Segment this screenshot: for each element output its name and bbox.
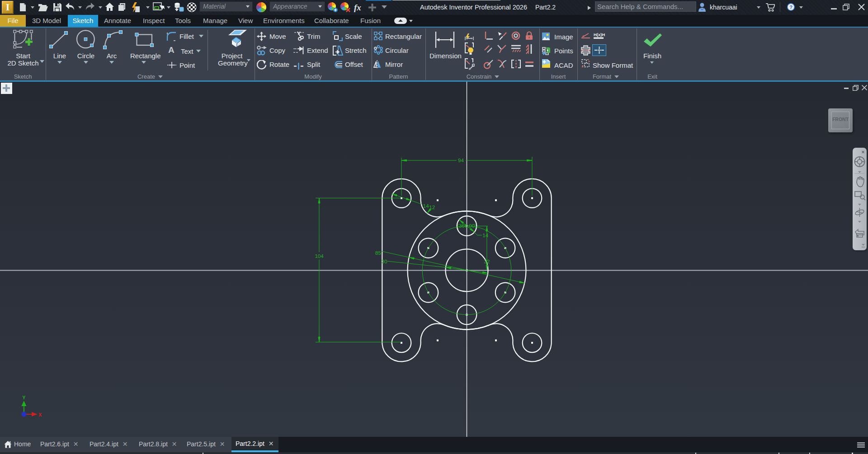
- svg-text:94: 94: [458, 158, 464, 163]
- svg-text:30: 30: [382, 259, 387, 264]
- svg-text:Y: Y: [22, 395, 26, 400]
- svg-text:X: X: [38, 412, 42, 417]
- svg-text:14: 14: [482, 233, 488, 238]
- svg-text:32: 32: [484, 259, 490, 264]
- svg-text:?: ?: [789, 5, 793, 10]
- svg-text:12: 12: [429, 205, 435, 210]
- svg-text:(360.00): (360.00): [457, 223, 476, 229]
- svg-text:104: 104: [315, 253, 324, 259]
- svg-text:85: 85: [375, 250, 381, 256]
- svg-text:14: 14: [423, 203, 429, 209]
- svg-text:H(x)H: H(x)H: [594, 32, 605, 37]
